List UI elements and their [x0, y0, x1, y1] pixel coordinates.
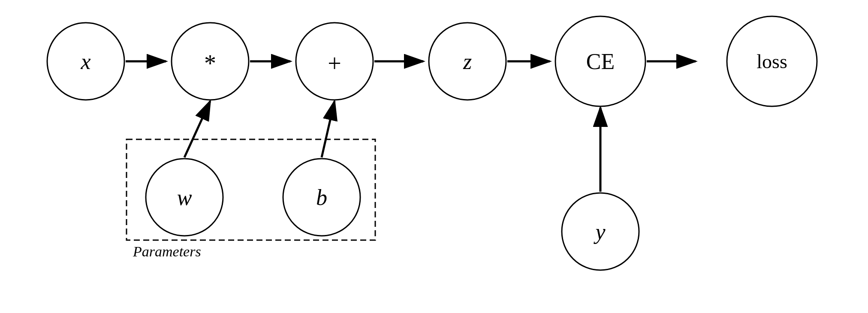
- node-y-label: y: [593, 220, 606, 244]
- arrow-b-to-add: [322, 101, 335, 157]
- parameters-label: Parameters: [133, 244, 201, 259]
- node-mul-label: *: [204, 50, 216, 77]
- node-x-label: x: [80, 49, 90, 74]
- node-z-label: z: [463, 49, 472, 74]
- diagram-container: Parameters x * + z CE loss w b y: [0, 0, 868, 313]
- node-ce-label: CE: [586, 49, 615, 74]
- node-b-label: b: [316, 185, 327, 210]
- arrow-w-to-mul: [184, 101, 210, 157]
- node-loss-label: loss: [756, 51, 787, 72]
- node-w-label: w: [177, 185, 192, 210]
- node-add-label: +: [328, 50, 341, 77]
